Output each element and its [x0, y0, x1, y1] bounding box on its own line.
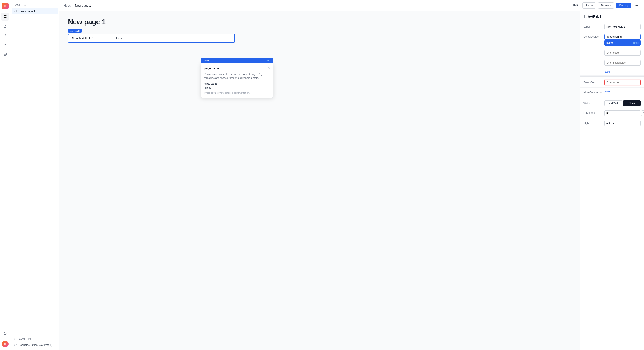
width-block-button[interactable]: Block [623, 100, 641, 106]
label-width-input[interactable] [604, 111, 640, 116]
autocomplete-inline-item[interactable]: name string [605, 40, 640, 45]
autocomplete-title: page.name [204, 66, 270, 70]
read-only-prop-label: Read Only [584, 80, 603, 84]
width-toggle: Fixed Width Block [604, 100, 640, 106]
autocomplete-shortcut: Press ⌘⌥ to view detailed documentation. [204, 91, 270, 94]
label-width-value: % ⌄ [604, 111, 644, 116]
svg-point-5 [5, 44, 6, 45]
autocomplete-inline-list: name string [604, 40, 640, 45]
read-only-input[interactable] [604, 80, 640, 85]
hide-component-prop-label: Hide Component [584, 90, 603, 94]
text-field-label: New Text Field 1 [68, 34, 111, 42]
breadcrumb-root[interactable]: Hops [64, 4, 71, 7]
divider-2 [580, 97, 644, 97]
svg-point-8 [18, 344, 18, 344]
breadcrumb-current-page: New page 1 [75, 4, 91, 7]
svg-rect-3 [5, 17, 6, 18]
code-input[interactable] [604, 50, 640, 56]
text-field-value: Hops [111, 34, 234, 42]
more-options-button[interactable]: ··· [633, 2, 640, 8]
label-width-unit[interactable]: % ⌄ [641, 111, 644, 116]
page-list-header: Page list [10, 0, 59, 8]
preview-button[interactable]: Preview [598, 2, 614, 8]
default-value-input[interactable] [604, 34, 640, 39]
default-value-prop-value: name string [604, 34, 640, 45]
label-prop-label: Label [584, 24, 603, 28]
prop-row-width: Width Fixed Width Block [580, 98, 644, 108]
svg-point-9 [18, 345, 18, 346]
nav-home-button[interactable] [1, 13, 9, 20]
copy-icon[interactable] [267, 66, 270, 70]
top-bar-actions: Edit Share Preview Deploy ··· [570, 2, 640, 8]
style-select-wrapper: outlined filled standard [604, 121, 640, 126]
prop-row-hide-component: Hide Component false [580, 88, 644, 96]
width-fixed-button[interactable]: Fixed Width [604, 100, 622, 106]
subpage-item-label: workflow1 (New Workflow 1) [20, 344, 52, 347]
component-type-icon: Tt [584, 14, 586, 18]
style-prop-label: Style [584, 121, 603, 125]
nav-plugin-button[interactable] [1, 330, 9, 337]
autocomplete-description: You can use variables set on the current… [204, 72, 270, 80]
page-item-label: New page 1 [20, 10, 35, 13]
prop-row-false: false [580, 68, 644, 76]
svg-point-4 [4, 34, 6, 36]
subpage-workflow-icon [16, 343, 18, 347]
page-list-panel: Page list › New page 1 Subpage list › wo… [10, 0, 60, 350]
nav-settings-button[interactable] [1, 41, 9, 49]
label-input[interactable] [604, 24, 640, 29]
share-button[interactable]: Share [582, 2, 596, 8]
canvas: New page 1 textField1 New Text Field 1 H… [60, 11, 580, 350]
svg-rect-0 [4, 15, 5, 16]
right-panel: Tt textField1 ··· Label Default Value [580, 11, 644, 350]
nav-database-button[interactable] [1, 50, 9, 58]
prop-row-label: Label [580, 22, 644, 32]
svg-rect-1 [5, 15, 6, 16]
app-logo[interactable]: H [2, 2, 8, 9]
edit-button[interactable]: Edit [570, 2, 580, 8]
default-value-prop-label: Default Value [584, 34, 603, 38]
right-panel-header: Tt textField1 ··· [580, 11, 644, 22]
view-value-label: View value [204, 82, 270, 85]
right-panel-more-button[interactable]: ··· [637, 14, 640, 18]
svg-rect-10 [268, 67, 269, 69]
component-badge[interactable]: textField1 [68, 29, 82, 33]
svg-point-6 [4, 53, 6, 54]
prop-row-style: Style outlined filled standard [580, 118, 644, 128]
page-chevron-icon: › [14, 10, 15, 12]
prop-row-code [580, 48, 644, 58]
label-prop-value [604, 24, 640, 29]
view-value-text: "Hops" [204, 86, 270, 89]
subpage-list-header: Subpage list [13, 338, 57, 341]
nav-pages-button[interactable] [1, 22, 9, 30]
nav-search-button[interactable] [1, 32, 9, 39]
prop-row-default-value: Default Value name string [580, 32, 644, 48]
text-field-component[interactable]: New Text Field 1 Hops [68, 34, 235, 42]
subpage-chevron-icon: › [14, 344, 15, 346]
prop-row-read-only: Read Only [580, 78, 644, 88]
main-area: Hops / New page 1 Edit Share Preview Dep… [60, 0, 644, 350]
breadcrumb: Hops / New page 1 [64, 4, 568, 7]
style-select[interactable]: outlined filled standard [604, 121, 640, 126]
svg-point-7 [16, 345, 17, 345]
autocomplete-popup: page.name You can use variables set on t… [201, 63, 274, 98]
deploy-button[interactable]: Deploy [616, 2, 632, 8]
suggestion-row[interactable]: name string [201, 58, 274, 65]
prop-row-placeholder [580, 58, 644, 68]
placeholder-input[interactable] [604, 60, 640, 66]
subpage-item-workflow1[interactable]: › workflow1 (New Workflow 1) [13, 343, 57, 348]
right-panel-title: textField1 [588, 15, 636, 18]
prop-row-label-width: Label Width % ⌄ [580, 108, 644, 118]
placeholder-prop-label [584, 60, 603, 61]
top-bar: Hops / New page 1 Edit Share Preview Dep… [60, 0, 644, 11]
page-item-new-page-1[interactable]: › New page 1 [12, 8, 58, 14]
suggestion-type: string [266, 59, 271, 62]
code-prop-value [604, 50, 640, 56]
user-avatar[interactable]: H [2, 341, 8, 348]
hide-component-value: false [604, 90, 610, 93]
subpage-section: Subpage list › workflow1 (New Workflow 1… [10, 335, 59, 350]
divider-1 [580, 76, 644, 77]
svg-rect-2 [4, 17, 5, 18]
page-file-icon [16, 9, 19, 13]
read-only-prop-value [604, 80, 640, 85]
code-prop-label [584, 50, 603, 51]
